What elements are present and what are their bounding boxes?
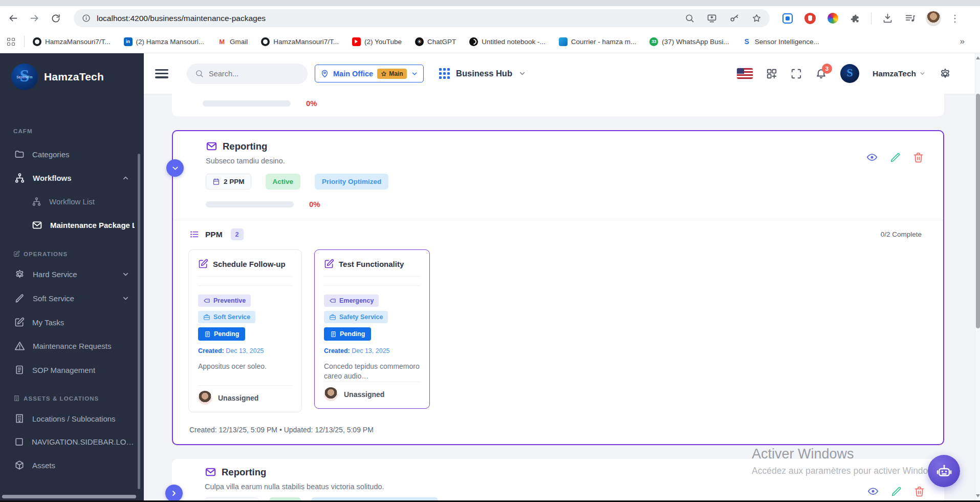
sidebar-item-categories[interactable]: Categories [0,142,144,166]
bookmark-item[interactable]: SSensor Intelligence... [743,37,819,46]
browser-menu-icon[interactable]: ⋮ [950,13,960,24]
divider [324,276,420,277]
adblock-extension-icon[interactable] [803,12,817,25]
cube-icon [14,460,25,470]
chevron-down-icon [122,270,129,278]
sensor-favicon: S [743,37,751,46]
previous-package-card: 0% [172,94,944,116]
widgets-icon[interactable] [766,68,777,79]
divider [324,382,420,382]
location-pin-icon [320,69,329,78]
progress-percent: 0% [309,200,320,208]
priority-badge: Priority Optimized [315,174,388,190]
bookmark-item[interactable]: in(2) Hamza Mansouri... [124,37,205,46]
sidebar-item-maintenance-package-list[interactable]: Maintenance Package Li [0,213,144,237]
url-text[interactable]: localhost:4200/business/maintenance-pack… [97,14,266,23]
browser-back-button[interactable] [4,10,21,27]
view-icon[interactable] [867,486,879,497]
task-card-schedule-follow-up[interactable]: Schedule Follow-up Preventive Soft Servi… [188,249,302,412]
bookmark-item[interactable]: HamzaMansouri7/T... [33,37,111,46]
sidebar-vertical-scrollbar[interactable] [138,154,140,489]
scroll-down-arrow[interactable] [976,494,980,497]
sentrixfm-logo: SSentrixFm [11,64,38,90]
square-icon [14,437,24,447]
view-icon[interactable] [866,152,878,163]
sidebar-item-maintenance-requests[interactable]: Maintenance Requests [0,334,144,358]
briefcase-icon [203,313,210,321]
workflow-icon [32,197,41,206]
bookmark-item[interactable]: MGmail [217,37,248,46]
mail-icon [205,466,216,478]
hub-selector[interactable]: Business Hub [439,68,527,79]
browser-profile-avatar[interactable] [926,11,941,26]
scrollbar-thumb[interactable] [976,94,980,328]
fullscreen-icon[interactable] [791,68,802,79]
star-icon [381,71,387,77]
edit-icon [324,259,334,269]
search-box[interactable] [187,64,308,84]
browser-forward-button[interactable] [26,10,43,27]
sidebar-item-assets[interactable]: Assets [0,453,144,477]
chevron-down-icon [122,295,129,302]
address-bar[interactable]: localhost:4200/business/maintenance-pack… [74,9,770,27]
edit-pencil-icon[interactable] [890,152,901,163]
site-info-icon[interactable] [82,14,91,23]
task-status-badge: Pending [198,327,245,341]
colorwheel-extension-icon[interactable] [826,12,839,25]
progress-bar [203,100,291,107]
sidebar-horizontal-scrollbar[interactable] [2,495,136,498]
us-flag-icon[interactable] [737,68,753,79]
folder-icon [14,149,25,159]
package-description: Subseco tamdiu desino. [206,157,925,165]
scroll-up-arrow[interactable] [976,56,980,59]
install-app-icon[interactable] [707,13,717,24]
sidebar-item-sop-management[interactable]: SOP Management [0,358,144,382]
bookmark-item[interactable]: HamzaMansouri7/T... [261,37,339,46]
sidebar-item-navigation-lo[interactable]: NAVIGATION.SIDEBAR.LO… [0,430,144,453]
extension-blue-icon[interactable] [781,12,794,25]
media-list-icon[interactable] [903,12,917,25]
divider [324,285,420,286]
task-description: Concedo tepidus commemoro careo audio… [324,362,420,381]
downloads-icon[interactable] [881,12,894,25]
task-description: Appositus ocer soleo. [198,362,292,371]
notifications-bell-icon[interactable]: 3 [815,68,827,79]
chatbot-fab-button[interactable] [928,455,960,487]
delete-trash-icon[interactable] [913,152,924,163]
divider [198,285,292,286]
edit-pencil-icon[interactable] [891,486,902,497]
apps-grid-icon[interactable] [7,38,15,46]
bookmarks-overflow-chevron[interactable]: » [960,36,965,47]
bookmark-item[interactable]: Courrier - hamza m... [559,37,637,46]
user-menu[interactable]: HamzaTech [873,69,926,78]
bookmark-item[interactable]: Untitled notebook -... [469,37,546,46]
assignee-avatar [324,387,338,401]
password-key-icon[interactable] [729,13,739,24]
assignee-avatar [198,391,212,405]
bookmark-item[interactable]: (2) YouTube [352,37,402,46]
task-card-test-functionality[interactable]: Test Functionality Emergency Safety Serv… [314,249,430,409]
sidebar-item-locations-sublocations[interactable]: Locations / Sublocations [0,407,144,430]
page-scrollbar[interactable] [975,53,980,500]
sidebar-item-hard-service[interactable]: Hard Service [0,262,144,286]
robot-icon [935,463,953,480]
zoom-page-icon[interactable] [685,13,694,23]
sidebar-item-workflows[interactable]: Workflows [0,166,144,190]
browser-reload-button[interactable] [47,10,64,27]
hamburger-menu-icon[interactable] [155,69,168,78]
browser-tab-strip [0,0,980,6]
user-avatar[interactable]: S [840,64,859,83]
sidebar-item-soft-service[interactable]: Soft Service [0,286,144,310]
sidebar-item-workflow-list[interactable]: Workflow List [0,190,144,213]
settings-gear-icon[interactable] [939,68,951,80]
bookmark-item[interactable]: 33(37) WhatsApp Busi... [649,37,729,46]
extensions-puzzle-icon[interactable] [848,12,862,25]
delete-trash-icon[interactable] [914,486,925,497]
building-icon [13,395,20,402]
progress-bar [206,201,294,207]
bookmark-item[interactable]: ✳ChatGPT [415,37,456,46]
bookmark-star-icon[interactable] [752,13,761,23]
search-input[interactable] [209,70,286,78]
site-selector-button[interactable]: Main Office Main [315,65,424,82]
sidebar-item-my-tasks[interactable]: My Tasks [0,310,144,334]
